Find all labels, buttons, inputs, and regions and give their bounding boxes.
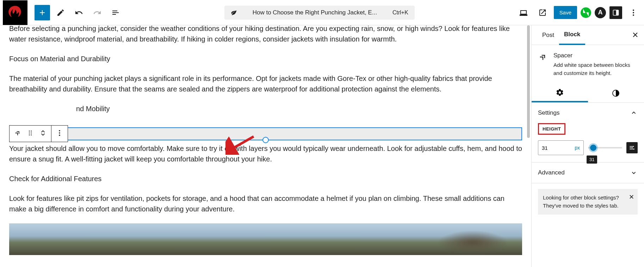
svg-point-18 [633,148,634,150]
paragraph-block[interactable]: The material of your punching jacket pla… [9,73,522,94]
slider-tooltip: 31 [587,155,597,164]
spacer-block[interactable] [9,127,522,140]
preview-button[interactable] [535,5,550,20]
tools-button[interactable] [53,5,68,20]
command-palette-button[interactable]: How to Choose the Right Punching Jacket,… [224,6,415,20]
height-input[interactable]: px [538,140,584,155]
chevron-down-icon [630,169,638,177]
svg-point-4 [633,14,634,16]
settings-sidebar: Post Block ✕ Spacer Add white space betw… [531,25,644,267]
svg-point-6 [31,131,32,132]
tab-block[interactable]: Block [559,25,585,45]
slider-thumb[interactable] [590,145,596,151]
redo-button[interactable] [89,5,105,20]
move-updown-icon[interactable] [39,129,47,138]
svg-point-2 [633,9,634,11]
svg-point-7 [29,133,30,134]
options-button[interactable] [626,5,641,20]
settings-panel-toggle[interactable] [609,6,622,19]
resize-handle[interactable] [262,137,269,143]
block-description: Spacer Add white space between blocks an… [532,45,644,84]
settings-panel: Settings HEIGHT px [532,103,644,163]
tab-post[interactable]: Post [537,25,559,45]
site-logo[interactable] [3,0,27,25]
right-toolbar: Save A [516,5,641,20]
close-sidebar-button[interactable]: ✕ [632,31,638,40]
sidebar-sub-tabs [532,84,644,103]
svg-point-12 [59,132,60,134]
svg-point-16 [633,146,634,147]
svg-point-9 [29,134,30,135]
more-options-icon[interactable] [56,129,63,138]
dismiss-notice-button[interactable]: ✕ [629,192,634,202]
tab-settings-icon[interactable] [532,84,588,102]
scroll-thumb[interactable] [527,25,530,138]
image-block[interactable] [9,223,522,255]
svg-rect-1 [616,10,619,15]
paragraph-block[interactable]: Your jacket should allow you to move com… [9,143,522,164]
scrollbar[interactable]: ▲ [526,25,531,267]
styles-notice: Looking for other block settings? They'v… [538,189,638,215]
leaf-icon [231,9,237,16]
height-label: HEIGHT [538,123,565,135]
add-block-button[interactable] [35,5,50,20]
heading-block[interactable]: Check for Additional Features [9,173,522,184]
svg-point-17 [632,147,633,148]
advanced-panel: Advanced [532,163,644,183]
block-toolbar [9,125,68,142]
block-desc-text: Add white space between blocks and custo… [553,61,638,77]
jetpack-icon[interactable] [581,7,591,18]
editor-canvas[interactable]: Before selecting a punching jacket, cons… [0,25,531,267]
save-button[interactable]: Save [554,6,577,19]
spacer-block-icon[interactable] [14,129,21,138]
svg-point-5 [29,131,30,132]
styles-icon [612,89,620,97]
svg-line-14 [231,136,254,150]
heading-block[interactable]: Focus on Material and Durability [9,53,522,64]
sliders-icon [629,145,635,151]
svg-point-10 [31,134,32,135]
annotation-arrow-icon [225,134,257,155]
svg-point-13 [59,135,60,136]
astra-icon[interactable]: A [595,7,606,18]
spacer-icon [538,52,548,62]
tab-styles-icon[interactable] [588,84,644,102]
paragraph-block[interactable]: Look for features like pit zips for vent… [9,193,522,214]
svg-point-3 [633,12,634,13]
document-title: How to Choose the Right Punching Jacket,… [242,9,388,16]
block-name: Spacer [553,52,638,59]
document-title-area: How to Choose the Right Punching Jacket,… [126,6,513,20]
svg-point-8 [31,133,32,134]
height-unit[interactable]: px [575,145,580,151]
top-toolbar: How to Choose the Right Punching Jacket,… [0,0,644,25]
heading-block-partial[interactable]: nd Mobility [9,103,522,114]
undo-button[interactable] [71,5,87,20]
sidebar-tabs: Post Block ✕ [532,25,644,45]
height-value-field[interactable] [542,145,559,151]
keyboard-shortcut: Ctrl+K [392,9,408,16]
dimension-options-button[interactable] [626,142,638,153]
chevron-up-icon [630,109,638,117]
document-outline-button[interactable] [108,5,123,20]
height-slider[interactable]: 31 [588,147,622,148]
drag-handle-icon[interactable] [26,129,34,138]
paragraph-block[interactable]: Before selecting a punching jacket, cons… [9,25,522,44]
view-button[interactable] [516,5,531,20]
settings-panel-toggle[interactable]: Settings [532,103,644,123]
svg-point-11 [59,130,60,132]
advanced-panel-toggle[interactable]: Advanced [532,163,644,183]
gear-icon [556,88,564,97]
